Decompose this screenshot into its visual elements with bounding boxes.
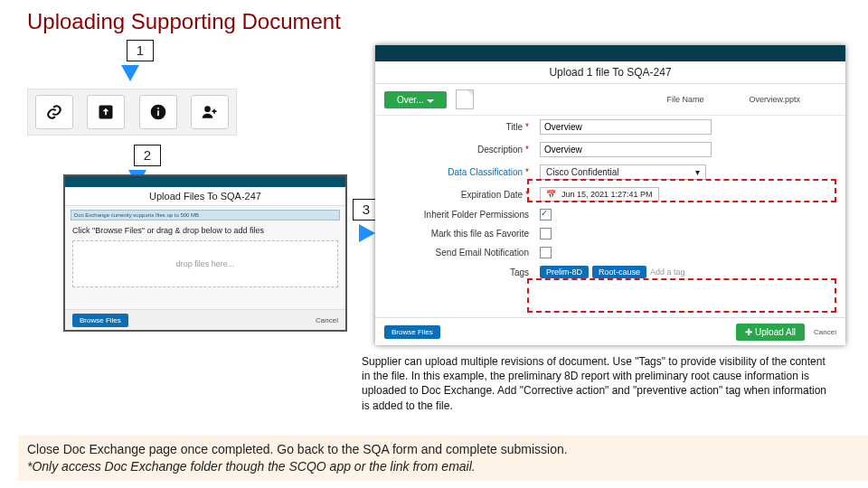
upload-dialog-large: Upload 1 file To SQA-247 Over... File Na… [375,45,845,345]
classification-dropdown[interactable]: Cisco Confidential▾ [540,164,706,180]
filename-value: Overview.pptx [749,95,800,104]
explanatory-paragraph: Supplier can upload multiple revisions o… [362,354,832,413]
highlight-box [527,278,836,313]
overwrite-dropdown[interactable]: Over... [384,91,447,108]
instruction-text: Click "Browse Files" or drag & drop belo… [65,224,345,237]
browse-files-button[interactable]: Browse Files [384,325,440,339]
tag-chip[interactable]: Prelim-8D [540,266,589,278]
tags-label: Tags [384,267,540,277]
highlight-box [527,179,836,202]
file-icon [456,89,474,109]
upload-dialog-small: Upload Files To SQA-247 Doc Exchange cur… [63,174,347,332]
toolbar [27,89,237,136]
cancel-button[interactable]: Cancel [814,328,836,336]
add-user-icon[interactable] [191,95,229,129]
closing-note: Close Doc Exchange page once completed. … [18,436,868,481]
upload-all-button[interactable]: ✚ Upload All [736,324,805,341]
favorite-checkbox[interactable] [540,228,552,239]
description-field[interactable] [540,142,712,157]
email-label: Send Email Notification [384,248,540,258]
inherit-label: Inherit Folder Permissions [384,210,540,220]
classification-label: Data Classification [448,167,523,177]
expiration-label: Expiration Date [461,190,523,200]
email-checkbox[interactable] [540,247,552,258]
link-icon[interactable] [35,95,73,129]
closing-line-2: *Only access Doc Exchange folder though … [27,458,859,475]
page-title: Uploading Supporting Document [0,0,868,40]
add-tag[interactable]: Add a tag [650,267,685,277]
info-icon[interactable] [139,95,177,129]
dialog-title: Upload 1 file To SQA-247 [375,61,845,84]
arrow-right-icon [359,224,375,242]
col-filename: File Name [666,95,703,104]
info-banner: Doc Exchange currently supports files up… [71,210,340,221]
closing-line-1: Close Doc Exchange page once completed. … [27,441,859,458]
title-label: Title [506,122,524,132]
svg-rect-3 [157,108,159,109]
inherit-checkbox[interactable] [540,209,552,221]
step-2-label: 2 [134,145,161,166]
upload-icon[interactable] [87,95,125,129]
tag-chip[interactable]: Root-cause [592,266,646,278]
description-label: Description [477,145,523,155]
arrow-down-icon [121,65,139,81]
title-field[interactable] [540,119,712,135]
cancel-button[interactable]: Cancel [316,316,338,324]
dropzone[interactable]: drop files here... [72,240,338,287]
favorite-label: Mark this file as Favorite [384,229,540,239]
dialog-title: Upload Files To SQA-247 [65,187,345,206]
svg-point-4 [204,106,211,112]
browse-files-button[interactable]: Browse Files [72,314,128,327]
step-1-label: 1 [127,40,154,61]
svg-rect-2 [157,110,159,116]
